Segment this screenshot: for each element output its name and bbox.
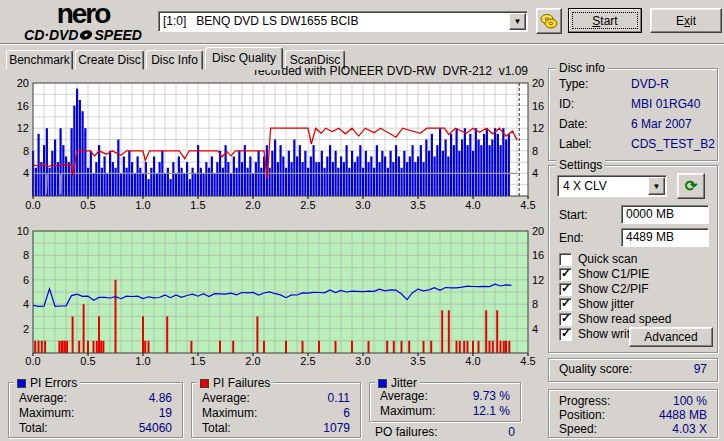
settings-group: Settings 4 X CLV ▼ ⟳ Start: 0000 MB End:… bbox=[548, 165, 718, 353]
svg-text:8: 8 bbox=[532, 145, 538, 157]
quality-score-box: Quality score: 97 bbox=[548, 358, 718, 382]
svg-text:2.0: 2.0 bbox=[245, 355, 260, 367]
logo-speed-text: SPEED bbox=[94, 27, 141, 43]
pif-total: 1079 bbox=[323, 421, 350, 435]
svg-text:3.0: 3.0 bbox=[355, 355, 370, 367]
show-c2-pif-checkbox[interactable] bbox=[559, 283, 572, 296]
svg-text:4.0: 4.0 bbox=[465, 199, 480, 211]
drive-select-arrow[interactable]: ▼ bbox=[509, 13, 526, 30]
refresh-icon: ⟳ bbox=[685, 177, 698, 195]
svg-text:20: 20 bbox=[17, 77, 29, 89]
pi-errors-panel: PI Errors Average:4.86 Maximum:19 Total:… bbox=[8, 382, 183, 438]
pi-failures-title: PI Failures bbox=[213, 376, 270, 390]
svg-text:4: 4 bbox=[23, 298, 29, 310]
speed-value: 4.03 X bbox=[672, 422, 707, 436]
quick-scan-checkbox[interactable] bbox=[559, 253, 572, 266]
disc-info-title: Disc info bbox=[556, 61, 608, 75]
quality-score-value: 97 bbox=[694, 362, 707, 376]
svg-text:2.0: 2.0 bbox=[245, 199, 260, 211]
svg-text:0.0: 0.0 bbox=[25, 199, 40, 211]
svg-text:0.0: 0.0 bbox=[25, 355, 40, 367]
jitter-legend-swatch bbox=[378, 379, 387, 388]
discs-icon bbox=[540, 12, 558, 30]
end-field-label: End: bbox=[559, 231, 584, 245]
svg-text:2.5: 2.5 bbox=[300, 355, 315, 367]
svg-text:1.0: 1.0 bbox=[135, 355, 150, 367]
show-c1-pie-checkbox[interactable] bbox=[559, 268, 572, 281]
jitter-title: Jitter bbox=[391, 376, 417, 390]
svg-text:12: 12 bbox=[532, 274, 544, 286]
refresh-button[interactable]: ⟳ bbox=[677, 173, 705, 199]
drive-select[interactable]: [1:0] BENQ DVD LS DW1655 BCIB ▼ bbox=[158, 11, 528, 32]
disc-icon bbox=[79, 29, 93, 41]
quality-score-label: Quality score: bbox=[559, 362, 632, 376]
svg-text:0.5: 0.5 bbox=[80, 199, 95, 211]
advanced-button[interactable]: Advanced bbox=[629, 327, 713, 347]
show-read-speed-row: Show read speed bbox=[559, 312, 671, 326]
quality-charts: 48121620481216200.00.51.01.52.02.53.03.5… bbox=[0, 60, 545, 380]
svg-text:3.5: 3.5 bbox=[410, 199, 425, 211]
svg-text:4.5: 4.5 bbox=[520, 199, 535, 211]
svg-text:16: 16 bbox=[532, 100, 544, 112]
eject-disc-button[interactable] bbox=[536, 8, 562, 34]
disc-date-value: 6 Mar 2007 bbox=[631, 117, 692, 131]
show-jitter-checkbox[interactable] bbox=[559, 298, 572, 311]
start-button[interactable]: Start bbox=[568, 8, 642, 33]
end-field[interactable]: 4489 MB bbox=[621, 228, 709, 247]
svg-text:4: 4 bbox=[532, 323, 538, 335]
svg-text:8: 8 bbox=[23, 145, 29, 157]
disc-type-value: DVD-R bbox=[631, 77, 669, 91]
svg-text:12: 12 bbox=[532, 122, 544, 134]
drive-select-value: [1:0] BENQ DVD LS DW1655 BCIB bbox=[163, 14, 358, 28]
svg-text:8: 8 bbox=[23, 249, 29, 261]
pie-maximum: 19 bbox=[159, 406, 172, 420]
pi-errors-title: PI Errors bbox=[30, 376, 77, 390]
start-field-label: Start: bbox=[559, 208, 588, 222]
svg-text:6: 6 bbox=[23, 274, 29, 286]
jitter-maximum: 12.1 % bbox=[473, 404, 510, 418]
speed-select-value: 4 X CLV bbox=[563, 179, 607, 193]
toolbar-separator bbox=[0, 43, 724, 45]
pie-total: 54060 bbox=[139, 421, 172, 435]
svg-text:16: 16 bbox=[17, 100, 29, 112]
pif-maximum: 6 bbox=[343, 406, 350, 420]
svg-text:4.0: 4.0 bbox=[465, 355, 480, 367]
po-failures-row: PO failures: 0 bbox=[375, 425, 515, 439]
nero-logo-text: nero bbox=[8, 1, 158, 27]
exit-button[interactable]: Exit bbox=[650, 8, 722, 33]
pie-average: 4.86 bbox=[149, 391, 172, 405]
svg-text:2.5: 2.5 bbox=[300, 199, 315, 211]
svg-text:10: 10 bbox=[17, 225, 29, 237]
svg-text:3.0: 3.0 bbox=[355, 199, 370, 211]
settings-title: Settings bbox=[556, 158, 605, 172]
svg-text:1.5: 1.5 bbox=[190, 355, 205, 367]
show-read-speed-checkbox[interactable] bbox=[559, 313, 572, 326]
speed-select[interactable]: 4 X CLV ▼ bbox=[557, 175, 667, 197]
progress-box: Progress:100 % Position:4488 MB Speed:4.… bbox=[548, 389, 718, 438]
start-field[interactable]: 0000 MB bbox=[621, 205, 709, 224]
disc-label-value: CDS_TEST_B2 bbox=[631, 137, 715, 151]
nero-logo: nero CD·DVD SPEED bbox=[8, 1, 158, 43]
svg-text:20: 20 bbox=[532, 225, 544, 237]
logo-cddvd-text: CD·DVD bbox=[24, 27, 78, 43]
svg-text:1.0: 1.0 bbox=[135, 199, 150, 211]
pi-failures-panel: PI Failures Average:0.11 Maximum:6 Total… bbox=[191, 382, 361, 438]
disc-id-value: MBI 01RG40 bbox=[631, 97, 700, 111]
pi-failures-legend-swatch bbox=[200, 379, 209, 388]
svg-text:8: 8 bbox=[532, 298, 538, 310]
show-c1-pie-row: Show C1/PIE bbox=[559, 267, 649, 281]
svg-text:0.5: 0.5 bbox=[80, 355, 95, 367]
svg-text:4.5: 4.5 bbox=[520, 355, 535, 367]
tab-disc-quality[interactable]: Disc Quality bbox=[205, 47, 283, 70]
svg-text:12: 12 bbox=[17, 122, 29, 134]
pi-errors-legend-swatch bbox=[17, 379, 26, 388]
speed-select-arrow[interactable]: ▼ bbox=[648, 177, 665, 195]
show-write-speed-checkbox[interactable] bbox=[559, 328, 572, 341]
svg-text:3.5: 3.5 bbox=[410, 355, 425, 367]
svg-text:1.5: 1.5 bbox=[190, 199, 205, 211]
position-value: 4488 MB bbox=[659, 408, 707, 422]
po-failures-label: PO failures: bbox=[375, 425, 438, 439]
svg-text:4: 4 bbox=[23, 167, 29, 179]
svg-text:4: 4 bbox=[532, 167, 538, 179]
nero-cd-dvd-speed-window: nero CD·DVD SPEED [1:0] BENQ DVD LS DW16… bbox=[0, 0, 724, 441]
